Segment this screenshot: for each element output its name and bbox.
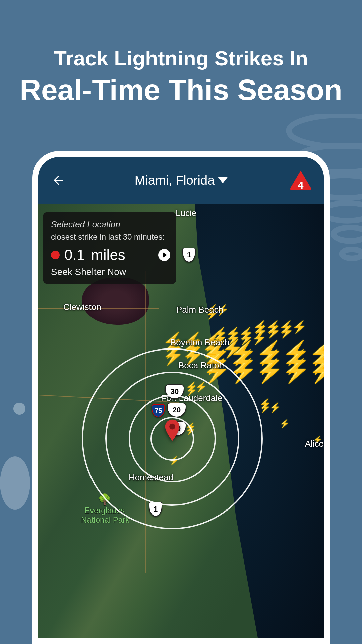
- svg-point-5: [342, 249, 362, 258]
- location-selector[interactable]: Miami, Florida: [135, 173, 228, 188]
- svg-point-0: [289, 115, 362, 146]
- headline-line2: Real-Time This Season: [0, 74, 362, 106]
- info-card-title: Selected Location: [51, 219, 168, 230]
- map-city-label: Boynton Beach: [170, 337, 229, 348]
- phone-frame: Miami, Florida 4 ⚡⚡⚡ ⚡⚡⚡⚡⚡⚡⚡ ⚡⚡⚡⚡⚡⚡⚡ ⚡⚡⚡…: [32, 151, 330, 644]
- info-warning-text: Seek Shelter Now: [51, 267, 168, 277]
- distance-unit: miles: [91, 247, 125, 263]
- chevron-right-icon[interactable]: [158, 249, 170, 261]
- back-button[interactable]: [50, 172, 66, 189]
- alert-count: 4: [298, 179, 304, 191]
- phone-screen: Miami, Florida 4 ⚡⚡⚡ ⚡⚡⚡⚡⚡⚡⚡ ⚡⚡⚡⚡⚡⚡⚡ ⚡⚡⚡…: [38, 157, 324, 638]
- location-label: Miami, Florida: [135, 173, 215, 188]
- lightning-strike-icon: ⚡⚡⚡: [259, 402, 279, 409]
- map-park-label: National Park: [81, 515, 129, 525]
- lightning-map[interactable]: ⚡⚡⚡ ⚡⚡⚡⚡⚡⚡⚡ ⚡⚡⚡⚡⚡⚡⚡ ⚡⚡⚡⚡⚡⚡⚡⚡⚡⚡ ⚡⚡⚡⚡⚡⚡⚡⚡⚡…: [38, 204, 324, 638]
- map-city-label: Alice: [305, 439, 324, 449]
- decorative-blob-icon: [0, 456, 30, 510]
- alerts-badge[interactable]: 4: [290, 171, 312, 190]
- info-distance: 0.1 miles: [64, 247, 125, 263]
- svg-point-4: [334, 227, 362, 241]
- app-topbar: Miami, Florida 4: [38, 157, 324, 204]
- map-city-label: Palm Beach: [176, 305, 223, 315]
- info-card-subtitle: closest strike in last 30 minutes:: [51, 232, 168, 242]
- decorative-dot-icon: [13, 402, 25, 415]
- map-city-label: Lucie: [176, 208, 196, 218]
- info-distance-row: 0.1 miles: [51, 247, 168, 263]
- lightning-strike-icon: ⚡⚡⚡⚡⚡⚡⚡: [253, 325, 300, 334]
- highway-shield-icon: 1: [182, 248, 196, 262]
- map-city-label: Clewiston: [63, 302, 101, 312]
- distance-value: 0.1: [64, 247, 85, 263]
- promo-headline: Track Lightning Strikes In Real-Time Thi…: [0, 0, 362, 106]
- map-lake: [82, 278, 149, 325]
- headline-line1: Track Lightning Strikes In: [0, 47, 362, 70]
- location-pin-icon: [165, 419, 180, 441]
- svg-point-6: [169, 424, 175, 430]
- strike-info-card[interactable]: Selected Location closest strike in last…: [43, 212, 176, 284]
- chevron-down-icon: [218, 177, 227, 183]
- lightning-strike-icon: ⚡: [280, 422, 288, 425]
- red-dot-icon: [51, 251, 60, 259]
